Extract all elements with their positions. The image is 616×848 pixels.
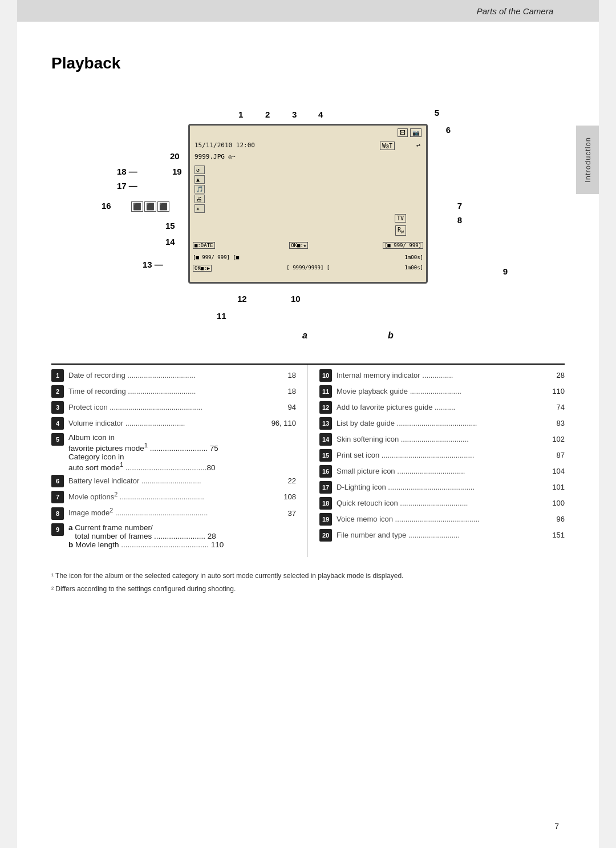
skin-icon: ✦ <box>194 204 205 213</box>
ref-num-16: 16 <box>319 465 332 478</box>
ref-item-17: 17 D-Lighting icon .....................… <box>319 481 565 494</box>
ref-label-17: D-Lighting icon ........................… <box>337 483 550 491</box>
lcd-datetime: 15/11/2010 12:00 <box>194 142 255 149</box>
ref-item-2: 2 Time of recording ....................… <box>51 385 296 398</box>
ref-num-19: 19 <box>319 513 332 526</box>
lcd-mode-icons: W◎T <box>380 142 395 150</box>
callout-1: 1 <box>238 110 243 119</box>
lcd-tv-icon: TV <box>395 214 406 223</box>
ref-num-3: 3 <box>51 401 64 414</box>
ref-label-13: List by date guide .....................… <box>337 419 554 427</box>
ref-item-7: 7 Movie options2 .......................… <box>51 491 296 503</box>
diagram-area: 🎞 📷 15/11/2010 12:00 W◎T ↩ 9999.JPG ◎~ ↺… <box>86 90 530 329</box>
ref-page-11: 110 <box>552 387 565 395</box>
side-tab: Introduction <box>576 126 599 194</box>
dlight-icon: ▲ <box>194 175 205 184</box>
callout-6: 6 <box>446 125 451 135</box>
header-bar: Parts of the Camera <box>17 0 599 22</box>
ref-page-1: 18 <box>288 371 296 379</box>
callout-5: 5 <box>435 108 439 118</box>
counter-a: [■ 999/ 999] [■ <box>193 255 239 260</box>
ref-page-7: 108 <box>283 492 296 501</box>
callout-12: 12 <box>237 294 247 304</box>
print-icon: 🖨 <box>194 195 205 203</box>
header-title: Parts of the Camera <box>477 6 553 16</box>
counter-display: [■ 999/ 999] <box>383 242 423 249</box>
callout-14: 14 <box>165 237 175 247</box>
time-a: 1m00s] <box>404 255 423 260</box>
ref-num-8: 8 <box>51 507 64 520</box>
ref-label-15: Print set icon .........................… <box>337 451 554 459</box>
ref-item-10: 10 Internal memory indicator ...........… <box>319 369 565 382</box>
ref-label-5: Album icon in favorite pictures mode1 ..… <box>68 433 296 471</box>
footnote-2-text: ² Differs according to the settings conf… <box>51 584 236 595</box>
lcd-top-icons: 🎞 📷 <box>398 128 422 137</box>
ref-num-10: 10 <box>319 369 332 382</box>
ref-page-6: 22 <box>288 477 296 485</box>
callout-9: 9 <box>503 266 508 276</box>
ref-item-15: 15 Print set icon ......................… <box>319 449 565 462</box>
ref-num-14: 14 <box>319 433 332 446</box>
ref-col-right: 10 Internal memory indicator ...........… <box>308 365 565 557</box>
page: Parts of the Camera Introduction Playbac… <box>17 0 599 848</box>
lcd-screen: 🎞 📷 15/11/2010 12:00 W◎T ↩ 9999.JPG ◎~ ↺… <box>188 124 428 284</box>
ref-item-3: 3 Protect icon .........................… <box>51 401 296 414</box>
ref-page-3: 94 <box>288 403 296 411</box>
ref-item-11: 11 Movie playback guide ................… <box>319 385 565 398</box>
ref-page-13: 83 <box>557 419 565 427</box>
callout-10: 10 <box>291 294 301 304</box>
ref-item-12: 12 Add to favorite pictures guide ......… <box>319 401 565 414</box>
ref-page-2: 18 <box>288 387 296 395</box>
page-number: 7 <box>554 822 559 831</box>
callout-7: 7 <box>457 201 462 211</box>
ref-label-3: Protect icon ...........................… <box>68 403 286 411</box>
ref-label-18: Quick retouch icon .....................… <box>337 499 550 507</box>
side-tab-label: Introduction <box>583 137 592 183</box>
ref-num-11: 11 <box>319 385 332 398</box>
callout-13: 13 — <box>143 260 163 269</box>
ref-num-1: 1 <box>51 369 64 382</box>
ref-page-12: 74 <box>557 403 565 411</box>
lcd-filename: 9999.JPG ◎~ <box>194 153 236 160</box>
label-a: a <box>302 330 307 341</box>
ref-page-4: 96, 110 <box>271 419 296 427</box>
lcd-loop-icon: ↩ <box>416 142 420 150</box>
callout-2: 2 <box>265 110 270 119</box>
ref-page-14: 102 <box>552 435 565 443</box>
ref-num-2: 2 <box>51 385 64 398</box>
ref-num-5: 5 <box>51 433 64 446</box>
ref-page-16: 104 <box>552 467 565 475</box>
ref-item-9: 9 a Current frame number/ total number o… <box>51 523 296 549</box>
date-guide-btn: ■:DATE <box>193 242 215 249</box>
lcd-rw-icon: Rw <box>395 225 406 236</box>
ref-item-1: 1 Date of recording ....................… <box>51 369 296 382</box>
counter-b: [ 9999/9999] [ <box>286 265 330 272</box>
ref-label-11: Movie playback guide ...................… <box>337 387 550 395</box>
ref-num-9: 9 <box>51 523 64 536</box>
footnotes: ¹ The icon for the album or the selected… <box>51 571 565 595</box>
ref-num-13: 13 <box>319 417 332 430</box>
fav-guide-btn: OK■:★ <box>289 242 308 249</box>
film-icon: 🎞 <box>398 128 408 137</box>
callout-19: 19 <box>172 167 182 176</box>
ref-label-10: Internal memory indicator ..............… <box>337 371 554 379</box>
ref-page-17: 101 <box>552 483 565 491</box>
ref-item-4: 4 Volume indicator .....................… <box>51 417 296 430</box>
callout-4: 4 <box>318 110 323 119</box>
time-b: 1m00s] <box>404 265 423 272</box>
ref-page-19: 96 <box>557 515 565 523</box>
callout-11: 11 <box>217 311 226 321</box>
ref-num-7: 7 <box>51 491 64 503</box>
callout-16: 16 <box>102 201 111 211</box>
ref-item-19: 19 Voice memo icon .....................… <box>319 513 565 526</box>
ref-num-12: 12 <box>319 401 332 414</box>
callout-8: 8 <box>457 215 462 225</box>
ref-num-17: 17 <box>319 481 332 494</box>
ref-num-20: 20 <box>319 529 332 542</box>
callout-17: 17 — <box>117 181 137 191</box>
ref-page-15: 87 <box>557 451 565 459</box>
footnote-1-text: ¹ The icon for the album or the selected… <box>51 571 403 582</box>
ref-item-6: 6 Battery level indicator ..............… <box>51 475 296 487</box>
ref-item-13: 13 List by date guide ..................… <box>319 417 565 430</box>
ref-item-8: 8 Image mode2 ..........................… <box>51 507 296 519</box>
